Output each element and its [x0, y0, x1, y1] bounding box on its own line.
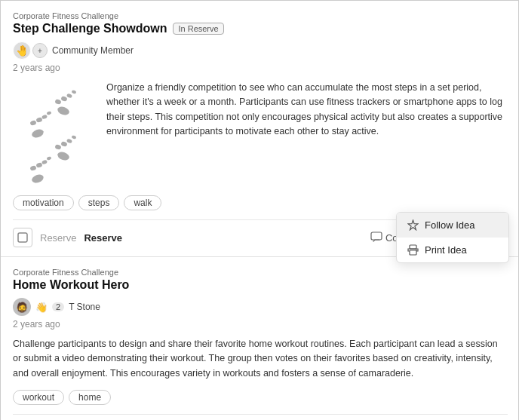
card1-category: Corporate Fitness Challenge	[13, 11, 508, 20]
svg-point-2	[35, 162, 43, 168]
svg-point-25	[416, 250, 417, 251]
svg-point-10	[31, 128, 45, 139]
svg-rect-23	[410, 245, 416, 249]
card1-avatars: 🤚 +	[13, 41, 48, 60]
card2-title-row: Home Workout Hero	[13, 278, 508, 292]
card2-avatar: 🧔	[13, 298, 31, 316]
card1-title: Step Challenge Showdown	[13, 22, 167, 35]
svg-point-3	[41, 159, 48, 164]
card1-avatar: 🤚	[13, 41, 31, 60]
svg-point-9	[71, 135, 76, 139]
svg-point-18	[66, 93, 72, 98]
card1-timestamp: 2 years ago	[13, 63, 508, 73]
card1-content: Organize a friendly competition to see w…	[13, 81, 508, 186]
svg-point-13	[41, 114, 48, 119]
tag-steps[interactable]: steps	[78, 195, 120, 210]
print-icon	[407, 244, 419, 256]
svg-point-11	[29, 120, 37, 126]
tag-walk[interactable]: walk	[124, 195, 161, 210]
svg-point-15	[57, 106, 70, 117]
card1-author-row: 🤚 + Community Member	[13, 41, 508, 60]
svg-rect-20	[18, 233, 27, 242]
tag-home[interactable]: home	[69, 390, 111, 405]
svg-point-17	[60, 96, 68, 102]
card2-count: 2	[52, 302, 64, 311]
card2-author: T Stone	[69, 302, 100, 312]
reserve-checkbox-icon[interactable]	[13, 228, 32, 247]
card2-author-row: 🧔 👋 2 T Stone	[13, 298, 508, 316]
comment-icon	[370, 231, 382, 244]
tag-motivation[interactable]: motivation	[13, 195, 74, 210]
card2-title: Home Workout Hero	[13, 278, 129, 292]
card2-avatar-emoji: 🧔	[16, 302, 28, 313]
svg-point-4	[46, 156, 51, 161]
svg-point-5	[57, 151, 70, 162]
print-idea-label: Print Idea	[425, 244, 467, 256]
tag-workout[interactable]: workout	[13, 390, 64, 405]
card1-title-row: Step Challenge Showdown In Reserve	[13, 22, 508, 35]
card1-image	[13, 81, 96, 186]
card1-author: Community Member	[52, 45, 134, 56]
svg-point-7	[60, 141, 68, 147]
card2-wave-emoji: 👋	[35, 302, 48, 313]
svg-rect-21	[371, 232, 382, 240]
svg-point-19	[71, 90, 76, 94]
svg-point-14	[46, 111, 51, 115]
card2-tags: workout home	[13, 390, 508, 405]
reserve-bold[interactable]: Reserve	[84, 232, 122, 244]
dropdown-menu: Follow Idea Print Idea	[396, 212, 509, 263]
card2-category: Corporate Fitness Challenge	[13, 268, 508, 277]
svg-rect-24	[410, 250, 416, 255]
card-1: Corporate Fitness Challenge Step Challen…	[1, 1, 519, 257]
card1-avatar-plus: +	[32, 43, 48, 58]
follow-idea-label: Follow Idea	[425, 219, 474, 231]
svg-point-1	[29, 165, 37, 171]
card1-description: Organize a friendly competition to see w…	[106, 81, 508, 186]
card-2: Corporate Fitness Challenge Home Workout…	[1, 257, 519, 420]
page-container: Corporate Fitness Challenge Step Challen…	[1, 1, 519, 420]
svg-point-6	[54, 144, 62, 150]
follow-idea-item[interactable]: Follow Idea	[397, 213, 508, 238]
card2-description: Challenge participants to design and sha…	[13, 337, 508, 381]
reserve-label: Reserve	[40, 232, 76, 244]
card1-badge: In Reserve	[173, 23, 223, 35]
svg-point-0	[31, 173, 45, 185]
svg-point-8	[66, 138, 72, 143]
card1-tags: motivation steps walk	[13, 195, 508, 210]
card1-avatar-emoji: 🤚	[16, 44, 29, 57]
print-idea-item[interactable]: Print Idea	[397, 238, 508, 262]
card2-timestamp: 2 years ago	[13, 319, 508, 330]
card1-footer-left: Reserve Reserve	[13, 228, 122, 247]
svg-point-16	[54, 99, 62, 105]
svg-point-12	[35, 117, 43, 123]
star-icon	[407, 219, 419, 231]
card2-footer: Review 0.25 Value: 1.00 | Cost: 4.00	[13, 414, 508, 420]
